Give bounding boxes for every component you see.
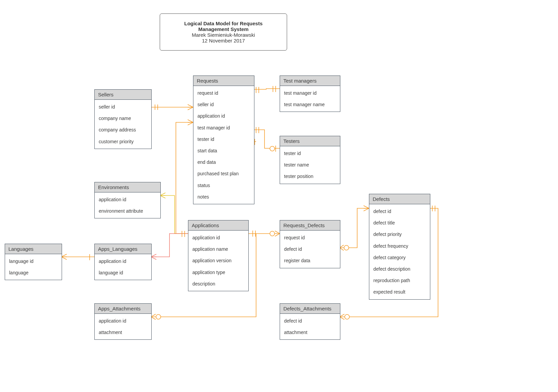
entity-test-managers: Test managerstest manager idtest manager… [280, 76, 340, 112]
entity-attribute: application id [95, 255, 151, 267]
title-date: 12 November 2017 [169, 38, 277, 43]
entity-header: Languages [5, 244, 62, 254]
entity-attribute: request id [193, 87, 254, 99]
entity-attribute: defect description [369, 263, 430, 275]
entity-attributes: language idlanguage [5, 254, 62, 280]
entity-attribute: description [188, 278, 248, 290]
entity-apps-languages: Apps_Languagesapplication idlanguage id [94, 244, 152, 280]
entity-attributes: application idenvironment attribute [95, 192, 160, 218]
entity-attribute: company name [95, 113, 151, 124]
entity-attribute: attachment [280, 327, 340, 338]
entity-languages: Languageslanguage idlanguage [5, 244, 62, 280]
entity-attribute: tester id [193, 133, 254, 145]
entity-attribute: defect id [280, 315, 340, 327]
entity-attributes: application idapplication nameapplicatio… [188, 231, 248, 291]
entity-header: Apps_Attachments [95, 304, 151, 314]
entity-header: Environments [95, 182, 160, 192]
entity-attribute: defect frequency [369, 240, 430, 252]
entity-attribute: register data [280, 255, 340, 266]
entity-attribute: application id [188, 232, 248, 243]
entity-attribute: application name [188, 243, 248, 255]
entity-attribute: application id [95, 194, 160, 205]
entity-header: Defects [369, 194, 430, 204]
title-line2: Management System [169, 26, 277, 32]
entity-applications: Applicationsapplication idapplication na… [188, 220, 249, 291]
entity-defects-attachments: Defects_Attachmentsdefect idattachment [280, 303, 340, 340]
entity-attribute: status [193, 180, 254, 191]
entity-header: Testers [280, 136, 340, 146]
title-author: Marek Siemieniuk-Morawski [169, 32, 277, 38]
entity-attributes: request iddefect idregister data [280, 231, 340, 268]
entity-requests-defects: Requests_Defectsrequest iddefect idregis… [280, 220, 340, 268]
svg-point-4 [345, 314, 349, 319]
entity-header: Apps_Languages [95, 244, 151, 254]
entity-header: Applications [188, 220, 248, 231]
entity-environments: Environmentsapplication idenvironment at… [94, 182, 161, 218]
entity-attribute: customer priority [95, 136, 151, 147]
entity-attribute: language id [5, 255, 62, 267]
entity-attribute: defect priority [369, 229, 430, 240]
entity-attribute: purchased test plan [193, 168, 254, 179]
entity-attribute: language id [95, 267, 151, 278]
entity-attributes: defect iddefect titledefect prioritydefe… [369, 204, 430, 299]
entity-attributes: application idattachment [95, 314, 151, 339]
entity-attribute: start data [193, 145, 254, 156]
entity-attribute: attachment [95, 327, 151, 338]
entity-sellers: Sellersseller idcompany namecompany addr… [94, 89, 152, 149]
entity-header: Defects_Attachments [280, 304, 340, 314]
title-line1: Logical Data Model for Requests [169, 21, 277, 26]
entity-attributes: test manager idtest manager name [280, 86, 340, 112]
entity-attribute: application type [188, 267, 248, 278]
entity-testers: Testerstester idtester nametester positi… [280, 136, 340, 184]
entity-defects: Defectsdefect iddefect titledefect prior… [369, 194, 430, 300]
entity-attribute: tester id [280, 148, 340, 159]
entity-attributes: seller idcompany namecompany addresscust… [95, 100, 151, 149]
svg-point-3 [156, 314, 161, 319]
entity-attribute: application id [193, 110, 254, 122]
entity-attribute: end data [193, 156, 254, 168]
relationship-connectors [0, 0, 558, 392]
entity-attribute: language [5, 267, 62, 278]
entity-attributes: application idlanguage id [95, 254, 151, 280]
diagram-title-box: Logical Data Model for Requests Manageme… [160, 13, 287, 51]
entity-header: Requests [193, 76, 254, 86]
entity-attribute: defect title [369, 217, 430, 229]
entity-requests: Requestsrequest idseller idapplication i… [193, 76, 254, 204]
entity-attribute: seller id [95, 101, 151, 113]
entity-attribute: request id [280, 232, 340, 243]
entity-apps-attachments: Apps_Attachmentsapplication idattachment [94, 303, 152, 340]
entity-attribute: notes [193, 191, 254, 203]
svg-point-2 [344, 245, 349, 250]
entity-attribute: test manager id [193, 122, 254, 133]
entity-attribute: defect category [369, 252, 430, 263]
entity-attribute: application version [188, 255, 248, 266]
svg-point-0 [270, 146, 275, 151]
entity-attributes: defect idattachment [280, 314, 340, 339]
entity-header: Test managers [280, 76, 340, 86]
entity-attribute: tester position [280, 171, 340, 182]
entity-attribute: application id [95, 315, 151, 327]
entity-header: Requests_Defects [280, 220, 340, 231]
entity-attribute: environment attribute [95, 205, 160, 217]
entity-attribute: seller id [193, 99, 254, 110]
entity-header: Sellers [95, 90, 151, 100]
entity-attribute: defect id [280, 243, 340, 255]
entity-attribute: defect id [369, 206, 430, 217]
entity-attributes: tester idtester nametester position [280, 146, 340, 184]
svg-point-1 [270, 231, 275, 236]
entity-attribute: test manager id [280, 87, 340, 99]
entity-attribute: company address [95, 124, 151, 135]
entity-attribute: tester name [280, 159, 340, 171]
entity-attribute: expected result [369, 286, 430, 298]
entity-attributes: request idseller idapplication idtest ma… [193, 86, 254, 204]
entity-attribute: reproduction path [369, 275, 430, 286]
entity-attribute: test manager name [280, 99, 340, 110]
